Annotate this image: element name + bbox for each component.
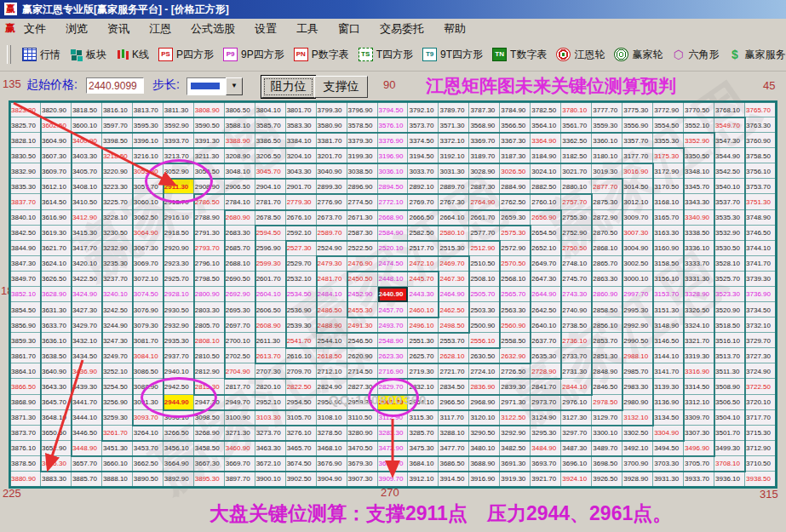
price-cell[interactable]: 3849.70 bbox=[10, 272, 41, 287]
price-cell[interactable]: 2644.90 bbox=[531, 287, 561, 302]
price-cell[interactable]: 3828.10 bbox=[10, 133, 41, 148]
price-cell[interactable]: 3645.70 bbox=[41, 395, 72, 410]
price-cell[interactable]: 3360.10 bbox=[592, 133, 622, 148]
price-cell[interactable]: 3804.10 bbox=[255, 102, 286, 117]
price-cell[interactable]: 3290.50 bbox=[469, 426, 500, 441]
price-cell[interactable]: 3775.30 bbox=[622, 102, 653, 117]
price-cell[interactable]: 3225.70 bbox=[102, 194, 133, 209]
price-cell[interactable]: 2865.70 bbox=[592, 256, 622, 272]
price-cell[interactable]: 2925.70 bbox=[164, 272, 194, 287]
price-cell[interactable]: 3542.50 bbox=[714, 163, 745, 179]
price-cell[interactable]: 3808.90 bbox=[194, 102, 225, 117]
price-cell[interactable]: 3273.70 bbox=[255, 426, 286, 441]
price-cell[interactable]: 3532.90 bbox=[714, 226, 745, 241]
price-cell[interactable]: 3525.70 bbox=[714, 272, 745, 287]
price-cell[interactable]: 3120.10 bbox=[469, 410, 500, 426]
price-cell[interactable]: 3108.10 bbox=[317, 410, 347, 426]
price-cell[interactable]: 2563.30 bbox=[500, 302, 531, 317]
price-cell[interactable]: 3909.70 bbox=[378, 472, 409, 487]
price-cell[interactable]: 3276.10 bbox=[286, 426, 317, 441]
price-cell[interactable]: 3055.30 bbox=[133, 163, 164, 179]
price-cell[interactable]: 2505.70 bbox=[469, 287, 500, 302]
price-cell[interactable]: 2779.30 bbox=[286, 194, 317, 209]
price-cell[interactable]: 2697.70 bbox=[225, 317, 255, 333]
price-cell[interactable]: 3230.50 bbox=[102, 226, 133, 241]
price-cell[interactable]: 3780.10 bbox=[561, 102, 592, 117]
price-cell[interactable]: 3040.90 bbox=[317, 163, 347, 179]
price-cell[interactable]: 3655.30 bbox=[41, 456, 72, 472]
price-cell[interactable]: 3744.10 bbox=[745, 241, 776, 256]
price-cell[interactable]: 2760.10 bbox=[531, 194, 561, 209]
toolbar-9p-square[interactable]: P99P四方形 bbox=[223, 48, 284, 62]
price-cell[interactable]: 2582.50 bbox=[408, 226, 439, 241]
price-cell[interactable]: 3465.70 bbox=[286, 441, 317, 456]
toolbar-9t-square[interactable]: T99T四方形 bbox=[422, 48, 483, 62]
price-cell[interactable]: 3619.30 bbox=[41, 226, 72, 241]
price-cell[interactable]: 2748.10 bbox=[561, 256, 592, 272]
price-cell[interactable]: 3818.50 bbox=[72, 102, 102, 117]
price-cell[interactable]: 3902.50 bbox=[286, 472, 317, 487]
price-cell[interactable]: 2630.50 bbox=[469, 348, 500, 363]
price-cell[interactable]: 3878.50 bbox=[10, 456, 41, 472]
price-cell[interactable]: 3211.30 bbox=[194, 148, 225, 163]
price-cell[interactable]: 3388.90 bbox=[225, 133, 255, 148]
price-cell[interactable]: 3806.50 bbox=[225, 102, 255, 117]
price-cell[interactable]: 3811.30 bbox=[164, 102, 194, 117]
price-cell[interactable]: 3079.30 bbox=[133, 317, 164, 333]
price-cell[interactable]: 3602.50 bbox=[41, 117, 72, 133]
price-cell[interactable]: 2620.90 bbox=[347, 348, 378, 363]
price-cell[interactable]: 2656.90 bbox=[531, 210, 561, 226]
price-cell[interactable]: 3213.70 bbox=[164, 148, 194, 163]
price-cell[interactable]: 2911.30 bbox=[164, 179, 194, 194]
price-cell[interactable]: 2817.70 bbox=[225, 379, 255, 394]
price-cell[interactable]: 2736.10 bbox=[561, 333, 592, 348]
price-cell[interactable]: 2664.10 bbox=[439, 210, 469, 226]
price-cell[interactable]: 3499.30 bbox=[714, 441, 745, 456]
price-cell[interactable]: 3897.70 bbox=[225, 472, 255, 487]
price-cell[interactable]: 2678.50 bbox=[255, 210, 286, 226]
price-cell[interactable]: 3501.70 bbox=[714, 426, 745, 441]
price-cell[interactable]: 3187.30 bbox=[500, 148, 531, 163]
price-cell[interactable]: 2808.10 bbox=[194, 333, 225, 348]
price-cell[interactable]: 2702.50 bbox=[225, 348, 255, 363]
price-cell[interactable]: 2839.30 bbox=[500, 379, 531, 394]
price-cell[interactable]: 3028.90 bbox=[469, 163, 500, 179]
price-cell[interactable]: 3304.90 bbox=[653, 426, 684, 441]
price-cell[interactable]: 2954.50 bbox=[286, 395, 317, 410]
price-cell[interactable]: 2755.30 bbox=[561, 210, 592, 226]
price-cell[interactable]: 2553.70 bbox=[439, 333, 469, 348]
price-cell[interactable]: 2767.30 bbox=[439, 194, 469, 209]
price-cell[interactable]: 3888.10 bbox=[102, 472, 133, 487]
price-cell[interactable]: 3924.10 bbox=[561, 472, 592, 487]
price-cell[interactable]: 3117.70 bbox=[439, 410, 469, 426]
price-cell[interactable]: 3336.10 bbox=[684, 241, 714, 256]
price-cell[interactable]: 2671.30 bbox=[347, 210, 378, 226]
price-cell[interactable]: 2592.10 bbox=[286, 226, 317, 241]
price-cell[interactable]: 2688.10 bbox=[225, 256, 255, 272]
price-cell[interactable]: 3595.30 bbox=[133, 117, 164, 133]
price-cell[interactable]: 2786.50 bbox=[194, 194, 225, 209]
price-cell[interactable]: 3220.90 bbox=[102, 163, 133, 179]
price-cell[interactable]: 2524.90 bbox=[317, 241, 347, 256]
price-cell[interactable]: 3650.50 bbox=[41, 426, 72, 441]
price-cell[interactable]: 3585.70 bbox=[255, 117, 286, 133]
price-cell[interactable]: 3420.10 bbox=[72, 256, 102, 272]
price-cell[interactable]: 3436.90 bbox=[72, 363, 102, 379]
price-cell[interactable]: 3405.70 bbox=[72, 163, 102, 179]
price-cell[interactable]: 2520.10 bbox=[378, 241, 409, 256]
price-cell[interactable]: 3199.30 bbox=[347, 148, 378, 163]
price-cell[interactable]: 2628.10 bbox=[439, 348, 469, 363]
price-cell[interactable]: 3093.70 bbox=[133, 410, 164, 426]
price-cell[interactable]: 3266.50 bbox=[164, 426, 194, 441]
price-cell[interactable]: 3484.90 bbox=[531, 441, 561, 456]
price-cell[interactable]: 3122.50 bbox=[500, 410, 531, 426]
price-cell[interactable]: 3880.90 bbox=[10, 472, 41, 487]
price-cell[interactable]: 3048.10 bbox=[225, 163, 255, 179]
price-cell[interactable]: 3746.50 bbox=[745, 226, 776, 241]
price-cell[interactable]: 2743.30 bbox=[561, 287, 592, 302]
price-cell[interactable]: 2683.30 bbox=[225, 226, 255, 241]
price-cell[interactable]: 2906.50 bbox=[225, 179, 255, 194]
price-cell[interactable]: 2460.10 bbox=[408, 302, 439, 317]
price-cell[interactable]: 3554.50 bbox=[653, 117, 684, 133]
price-cell[interactable]: 3854.50 bbox=[10, 302, 41, 317]
